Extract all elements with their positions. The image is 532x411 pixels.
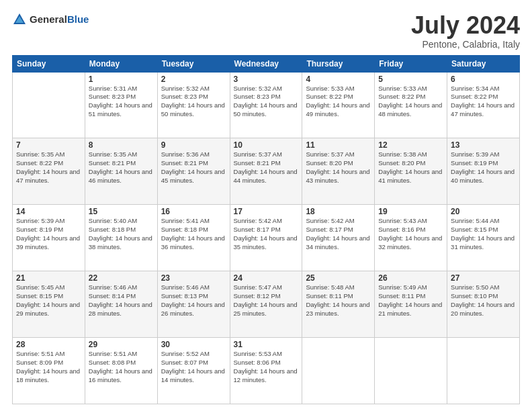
day-number: 23 [161,273,226,283]
day-number: 12 [378,140,443,150]
cell-w1-d4: 4 Sunrise: 5:33 AMSunset: 8:22 PMDayligh… [302,72,375,138]
day-number: 26 [378,273,443,283]
cell-w2-d2: 9 Sunrise: 5:36 AMSunset: 8:21 PMDayligh… [157,138,230,205]
day-info: Sunrise: 5:33 AMSunset: 8:22 PMDaylight:… [378,85,443,119]
day-number: 14 [16,207,81,216]
cell-w2-d4: 11 Sunrise: 5:37 AMSunset: 8:20 PMDaylig… [302,138,375,205]
cell-w4-d3: 24 Sunrise: 5:47 AMSunset: 8:12 PMDaylig… [230,271,302,338]
day-info: Sunrise: 5:35 AMSunset: 8:22 PMDaylight:… [16,150,81,185]
cell-w1-d2: 2 Sunrise: 5:32 AMSunset: 8:23 PMDayligh… [157,72,230,138]
day-info: Sunrise: 5:34 AMSunset: 8:22 PMDaylight:… [451,85,516,119]
day-number: 15 [89,207,154,216]
day-number: 19 [378,207,443,216]
cell-w4-d2: 23 Sunrise: 5:46 AMSunset: 8:13 PMDaylig… [157,271,230,338]
day-info: Sunrise: 5:46 AMSunset: 8:13 PMDaylight:… [161,283,226,318]
day-number: 18 [306,207,371,216]
day-number: 7 [16,140,81,150]
location: Pentone, Calabria, Italy [411,39,520,50]
day-info: Sunrise: 5:35 AMSunset: 8:21 PMDaylight:… [89,150,154,185]
day-number: 13 [451,140,516,150]
cell-w2-d0: 7 Sunrise: 5:35 AMSunset: 8:22 PMDayligh… [13,138,85,205]
calendar-table: Sunday Monday Tuesday Wednesday Thursday… [12,55,520,404]
day-info: Sunrise: 5:44 AMSunset: 8:15 PMDaylight:… [451,217,516,251]
cell-w1-d5: 5 Sunrise: 5:33 AMSunset: 8:22 PMDayligh… [375,72,447,138]
cell-w4-d1: 22 Sunrise: 5:46 AMSunset: 8:14 PMDaylig… [85,271,157,338]
day-info: Sunrise: 5:38 AMSunset: 8:20 PMDaylight:… [378,150,443,185]
cell-w5-d1: 29 Sunrise: 5:51 AMSunset: 8:08 PMDaylig… [85,338,157,404]
logo: GeneralBlue [12,12,89,27]
day-info: Sunrise: 5:43 AMSunset: 8:16 PMDaylight:… [378,217,443,251]
day-info: Sunrise: 5:36 AMSunset: 8:21 PMDaylight:… [161,150,226,185]
cell-w4-d0: 21 Sunrise: 5:45 AMSunset: 8:15 PMDaylig… [13,271,85,338]
col-monday: Monday [85,55,157,72]
cell-w3-d0: 14 Sunrise: 5:39 AMSunset: 8:19 PMDaylig… [13,205,85,271]
day-info: Sunrise: 5:42 AMSunset: 8:17 PMDaylight:… [234,217,299,251]
cell-w5-d0: 28 Sunrise: 5:51 AMSunset: 8:09 PMDaylig… [13,338,85,404]
day-number: 2 [161,75,226,84]
day-number: 22 [89,273,154,283]
day-number: 30 [161,340,226,349]
day-info: Sunrise: 5:53 AMSunset: 8:06 PMDaylight:… [234,350,299,384]
cell-w3-d6: 20 Sunrise: 5:44 AMSunset: 8:15 PMDaylig… [447,205,520,271]
cell-w5-d6 [447,338,520,404]
day-info: Sunrise: 5:31 AMSunset: 8:23 PMDaylight:… [89,85,154,119]
week-row-1: 1 Sunrise: 5:31 AMSunset: 8:23 PMDayligh… [13,72,520,138]
col-wednesday: Wednesday [230,55,302,72]
day-info: Sunrise: 5:39 AMSunset: 8:19 PMDaylight:… [16,217,81,251]
day-info: Sunrise: 5:48 AMSunset: 8:11 PMDaylight:… [306,283,371,318]
logo-icon [12,12,27,27]
day-info: Sunrise: 5:51 AMSunset: 8:08 PMDaylight:… [89,350,154,384]
day-number: 25 [306,273,371,283]
cell-w4-d4: 25 Sunrise: 5:48 AMSunset: 8:11 PMDaylig… [302,271,375,338]
cell-w5-d5 [375,338,447,404]
day-number: 1 [89,75,154,84]
week-row-3: 14 Sunrise: 5:39 AMSunset: 8:19 PMDaylig… [13,205,520,271]
day-info: Sunrise: 5:41 AMSunset: 8:18 PMDaylight:… [161,217,226,251]
day-info: Sunrise: 5:32 AMSunset: 8:23 PMDaylight:… [161,85,226,119]
day-number: 21 [16,273,81,283]
col-saturday: Saturday [447,55,520,72]
cell-w5-d4 [302,338,375,404]
cell-w1-d0 [13,72,85,138]
cell-w3-d5: 19 Sunrise: 5:43 AMSunset: 8:16 PMDaylig… [375,205,447,271]
cell-w1-d6: 6 Sunrise: 5:34 AMSunset: 8:22 PMDayligh… [447,72,520,138]
cell-w3-d4: 18 Sunrise: 5:42 AMSunset: 8:17 PMDaylig… [302,205,375,271]
cell-w2-d6: 13 Sunrise: 5:39 AMSunset: 8:19 PMDaylig… [447,138,520,205]
day-number: 28 [16,340,81,349]
cell-w5-d2: 30 Sunrise: 5:52 AMSunset: 8:07 PMDaylig… [157,338,230,404]
col-friday: Friday [375,55,447,72]
cell-w4-d5: 26 Sunrise: 5:49 AMSunset: 8:11 PMDaylig… [375,271,447,338]
day-info: Sunrise: 5:37 AMSunset: 8:20 PMDaylight:… [306,150,371,185]
day-info: Sunrise: 5:32 AMSunset: 8:23 PMDaylight:… [234,85,299,119]
day-info: Sunrise: 5:51 AMSunset: 8:09 PMDaylight:… [16,350,81,384]
week-row-4: 21 Sunrise: 5:45 AMSunset: 8:15 PMDaylig… [13,271,520,338]
day-number: 29 [89,340,154,349]
day-number: 17 [234,207,299,216]
week-row-2: 7 Sunrise: 5:35 AMSunset: 8:22 PMDayligh… [13,138,520,205]
calendar-page: GeneralBlue July 2024 Pentone, Calabria,… [0,0,532,411]
day-info: Sunrise: 5:33 AMSunset: 8:22 PMDaylight:… [306,85,371,119]
col-sunday: Sunday [13,55,85,72]
cell-w3-d1: 15 Sunrise: 5:40 AMSunset: 8:18 PMDaylig… [85,205,157,271]
month-title: July 2024 [411,12,520,39]
day-info: Sunrise: 5:37 AMSunset: 8:21 PMDaylight:… [234,150,299,185]
day-number: 4 [306,75,371,84]
cell-w3-d2: 16 Sunrise: 5:41 AMSunset: 8:18 PMDaylig… [157,205,230,271]
cell-w5-d3: 31 Sunrise: 5:53 AMSunset: 8:06 PMDaylig… [230,338,302,404]
cell-w2-d5: 12 Sunrise: 5:38 AMSunset: 8:20 PMDaylig… [375,138,447,205]
day-number: 10 [234,140,299,150]
cell-w3-d3: 17 Sunrise: 5:42 AMSunset: 8:17 PMDaylig… [230,205,302,271]
header-row: Sunday Monday Tuesday Wednesday Thursday… [13,55,520,72]
logo-general: General [30,13,67,25]
cell-w1-d1: 1 Sunrise: 5:31 AMSunset: 8:23 PMDayligh… [85,72,157,138]
day-number: 24 [234,273,299,283]
logo-text: GeneralBlue [30,13,89,26]
day-info: Sunrise: 5:47 AMSunset: 8:12 PMDaylight:… [234,283,299,318]
cell-w1-d3: 3 Sunrise: 5:32 AMSunset: 8:23 PMDayligh… [230,72,302,138]
day-number: 20 [451,207,516,216]
day-info: Sunrise: 5:39 AMSunset: 8:19 PMDaylight:… [451,150,516,185]
day-info: Sunrise: 5:45 AMSunset: 8:15 PMDaylight:… [16,283,81,318]
day-number: 11 [306,140,371,150]
day-number: 6 [451,75,516,84]
cell-w4-d6: 27 Sunrise: 5:50 AMSunset: 8:10 PMDaylig… [447,271,520,338]
